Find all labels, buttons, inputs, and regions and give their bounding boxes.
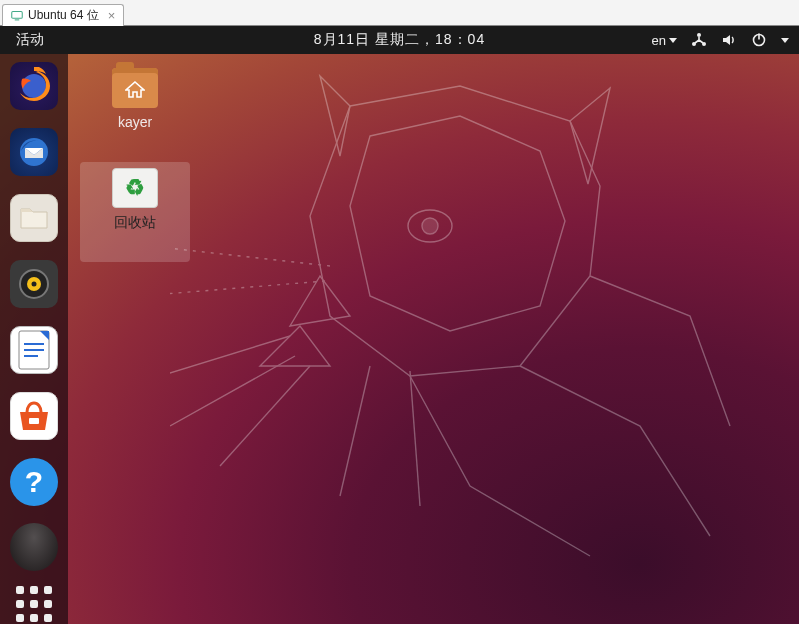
svg-rect-8: [758, 34, 760, 40]
home-folder-icon: [112, 68, 158, 108]
firefox-icon: [10, 62, 58, 110]
dock-item-thunderbird[interactable]: [10, 128, 58, 176]
svg-point-4: [697, 33, 701, 37]
thunderbird-icon: [10, 128, 58, 176]
dock-item-writer[interactable]: [10, 326, 58, 374]
show-applications-button[interactable]: [13, 586, 55, 622]
dock-item-partial[interactable]: [10, 524, 58, 550]
input-source-label: en: [652, 33, 666, 48]
desktop-icon-label: 回收站: [114, 214, 156, 232]
volume-icon: [721, 32, 737, 48]
desktop-icon-trash[interactable]: ♻ 回收站: [80, 162, 190, 262]
clock[interactable]: 8月11日 星期二，18：04: [314, 31, 485, 49]
dock-item-firefox[interactable]: [10, 62, 58, 110]
svg-point-2: [408, 210, 452, 242]
chevron-down-icon: [781, 38, 789, 43]
svg-rect-0: [12, 11, 23, 18]
desktop-icons: kayer ♻ 回收站: [80, 62, 200, 262]
dock-item-help[interactable]: ?: [10, 458, 58, 506]
files-icon: [10, 194, 58, 242]
desktop-icon-label: kayer: [118, 114, 152, 130]
close-icon[interactable]: ×: [108, 9, 116, 22]
dock-item-software[interactable]: [10, 392, 58, 440]
svg-rect-18: [29, 418, 39, 424]
house-icon: [125, 81, 145, 99]
svg-rect-1: [15, 19, 20, 20]
vm-tab-title: Ubuntu 64 位: [28, 7, 99, 24]
dock-item-files[interactable]: [10, 194, 58, 242]
recycle-icon: ♻: [125, 175, 145, 201]
rhythmbox-icon: [10, 260, 58, 308]
status-area[interactable]: en: [652, 32, 789, 48]
input-source-indicator[interactable]: en: [652, 33, 677, 48]
monitor-icon: [11, 10, 23, 22]
help-icon: ?: [10, 458, 58, 506]
desktop-icon-home[interactable]: kayer: [80, 62, 190, 162]
vm-tab-bar: Ubuntu 64 位 ×: [0, 0, 799, 26]
gnome-top-bar: 活动 8月11日 星期二，18：04 en: [0, 26, 799, 54]
dock: ?: [0, 54, 68, 624]
power-icon: [751, 32, 767, 48]
network-icon: [691, 32, 707, 48]
desktop-screen: 活动 8月11日 星期二，18：04 en: [0, 26, 799, 624]
svg-point-13: [32, 282, 37, 287]
dock-item-rhythmbox[interactable]: [10, 260, 58, 308]
svg-point-3: [422, 218, 438, 234]
vm-tab[interactable]: Ubuntu 64 位 ×: [2, 4, 124, 26]
wallpaper-art: [170, 66, 770, 586]
app-icon: [10, 523, 58, 571]
activities-button[interactable]: 活动: [10, 29, 50, 51]
chevron-down-icon: [669, 38, 677, 43]
libreoffice-writer-icon: [10, 326, 58, 374]
trash-icon: ♻: [112, 168, 158, 208]
ubuntu-software-icon: [10, 392, 58, 440]
